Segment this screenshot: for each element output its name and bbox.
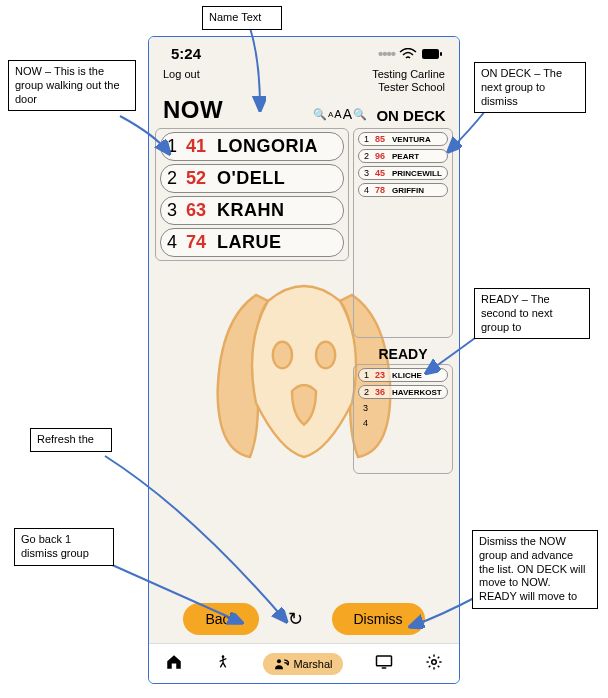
nav-marshal[interactable]: Marshal: [263, 653, 342, 675]
row-index: 1: [364, 134, 372, 144]
row-number: 63: [186, 200, 212, 221]
row-index: 4: [364, 185, 372, 195]
row-name: KLICHE: [392, 371, 422, 380]
row-name: O'DELL: [217, 168, 285, 189]
svg-rect-0: [422, 49, 439, 59]
row-name: PEART: [392, 152, 419, 161]
nav-marshal-label: Marshal: [293, 658, 332, 670]
svg-point-2: [273, 342, 292, 368]
logout-link[interactable]: Log out: [163, 68, 200, 80]
callout-dismiss: Dismiss the NOW group and advance the li…: [472, 530, 598, 609]
row-index: 3: [167, 200, 181, 221]
row-number: 52: [186, 168, 212, 189]
now-row[interactable]: 2 52 O'DELL: [160, 164, 344, 193]
wifi-icon: [399, 48, 417, 60]
now-row[interactable]: 4 74 LARUE: [160, 228, 344, 257]
callout-ready: READY – The second to next group to: [474, 288, 590, 339]
school-line1: Testing Carline: [372, 68, 445, 81]
row-index: 1: [167, 136, 181, 157]
callout-back: Go back 1 dismiss group: [14, 528, 114, 566]
refresh-icon[interactable]: ↻: [288, 608, 303, 630]
dismiss-button[interactable]: Dismiss: [332, 603, 425, 635]
dots-icon: ••••: [378, 45, 395, 62]
row-number: 78: [375, 185, 389, 195]
ondeck-row[interactable]: 3 45 PRINCEWILL: [358, 166, 448, 180]
ondeck-row[interactable]: 1 85 VENTURA: [358, 132, 448, 146]
battery-icon: [421, 48, 443, 60]
now-row[interactable]: 1 41 LONGORIA: [160, 132, 344, 161]
ready-row: 4: [358, 417, 448, 429]
callout-refresh: Refresh the: [30, 428, 112, 452]
ready-row: 3: [358, 402, 448, 414]
row-name: KRAHN: [217, 200, 285, 221]
now-row[interactable]: 3 63 KRAHN: [160, 196, 344, 225]
row-number: 85: [375, 134, 389, 144]
ready-row[interactable]: 1 23 KLICHE: [358, 368, 448, 382]
row-index: 2: [167, 168, 181, 189]
row-index: 3: [364, 168, 372, 178]
row-name: LARUE: [217, 232, 282, 253]
row-name: LONGORIA: [217, 136, 318, 157]
back-button[interactable]: Back: [183, 603, 258, 635]
now-list: 1 41 LONGORIA 2 52 O'DELL 3 63 KRAHN 4 7…: [155, 128, 349, 261]
ondeck-list: 1 85 VENTURA 2 96 PEART 3 45 PRINCEWILL …: [353, 128, 453, 338]
row-index: 4: [167, 232, 181, 253]
ready-list: 1 23 KLICHE 2 36 HAVERKOST 3 4: [353, 364, 453, 474]
nav-settings-icon[interactable]: [425, 653, 443, 675]
svg-point-7: [432, 659, 437, 664]
row-number: 23: [375, 370, 389, 380]
callout-name-text: Name Text: [202, 6, 282, 30]
zoom-out-icon[interactable]: 🔍: [313, 108, 327, 121]
row-name: GRIFFIN: [392, 186, 424, 195]
ondeck-header: ON DECK: [373, 107, 449, 124]
school-name: Testing Carline Tester School: [372, 68, 445, 94]
row-index: 2: [364, 151, 372, 161]
ondeck-row[interactable]: 2 96 PEART: [358, 149, 448, 163]
nav-walker-icon[interactable]: [215, 653, 231, 675]
now-header: NOW: [163, 96, 313, 124]
status-icons: ••••: [378, 45, 443, 62]
row-name: PRINCEWILL: [392, 169, 442, 178]
ondeck-row[interactable]: 4 78 GRIFFIN: [358, 183, 448, 197]
bottom-nav: Marshal: [149, 643, 459, 683]
row-number: 45: [375, 168, 389, 178]
svg-rect-1: [440, 52, 442, 56]
row-index: 3: [363, 403, 371, 413]
row-index: 1: [364, 370, 372, 380]
row-name: HAVERKOST: [392, 388, 442, 397]
zoom-in-icon[interactable]: 🔍: [353, 108, 367, 121]
svg-rect-6: [376, 656, 391, 666]
text-size-med[interactable]: A: [334, 108, 341, 120]
svg-point-4: [222, 655, 225, 658]
text-size-small[interactable]: A: [328, 110, 333, 119]
svg-point-5: [277, 659, 281, 663]
row-index: 2: [364, 387, 372, 397]
nav-display-icon[interactable]: [375, 654, 393, 674]
row-number: 74: [186, 232, 212, 253]
nav-home-icon[interactable]: [165, 653, 183, 675]
school-line2: Tester School: [372, 81, 445, 94]
text-size-controls[interactable]: 🔍 A A A 🔍: [313, 106, 373, 122]
marshal-icon: [273, 657, 289, 671]
svg-point-3: [316, 342, 335, 368]
phone-frame: 5:24 •••• Log out Testing Carline Tester…: [148, 36, 460, 684]
row-number: 41: [186, 136, 212, 157]
row-name: VENTURA: [392, 135, 431, 144]
row-number: 96: [375, 151, 389, 161]
ready-row[interactable]: 2 36 HAVERKOST: [358, 385, 448, 399]
callout-ondeck: ON DECK – The next group to dismiss: [474, 62, 586, 113]
row-number: 36: [375, 387, 389, 397]
callout-now: NOW – This is the group walking out the …: [8, 60, 136, 111]
status-bar: 5:24 ••••: [149, 37, 459, 64]
row-index: 4: [363, 418, 371, 428]
ready-header: READY: [353, 346, 453, 362]
status-time: 5:24: [171, 45, 201, 62]
text-size-large[interactable]: A: [343, 106, 352, 122]
